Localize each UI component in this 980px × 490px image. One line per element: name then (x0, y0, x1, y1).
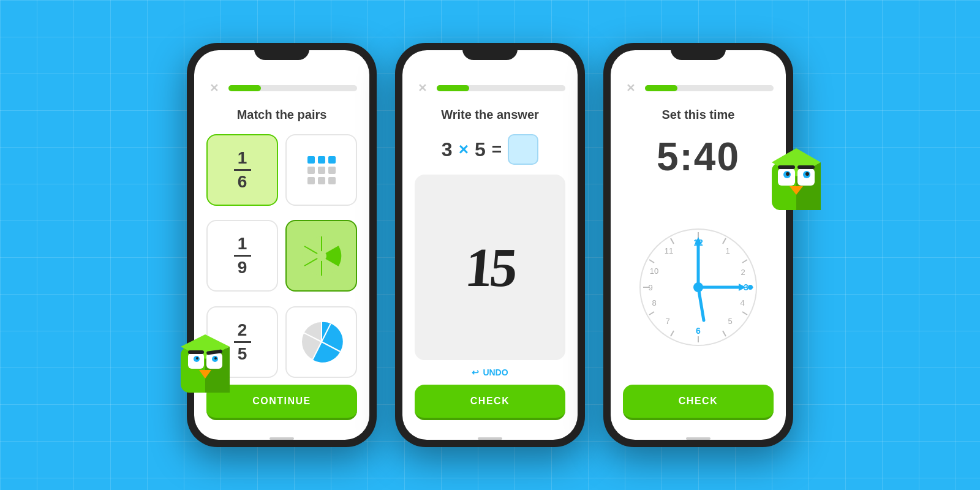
phone-content-3: ✕ Set this time 5:40 (611, 50, 786, 432)
fraction-1-6: 1 6 (234, 149, 251, 190)
time-display: 5:40 (623, 134, 774, 179)
phone-notch-3 (671, 43, 726, 60)
svg-point-9 (196, 357, 198, 360)
close-button-3[interactable]: ✕ (623, 81, 638, 96)
progress-bar-bg-2 (437, 85, 565, 91)
eq-middle: 5 (475, 138, 486, 161)
svg-point-69 (786, 172, 790, 176)
pair-card-dot-grid[interactable] (285, 134, 357, 206)
phone-bottom-bar-3 (686, 437, 710, 440)
close-button-1[interactable]: ✕ (206, 81, 221, 96)
phone-set-time: ✕ Set this time 5:40 (603, 43, 793, 447)
svg-point-70 (805, 172, 809, 176)
dot-grid-icon (307, 156, 336, 184)
pie-partial-icon (300, 320, 343, 363)
drawing-area[interactable]: 15 (415, 175, 565, 360)
dot-7 (307, 177, 315, 184)
svg-text:2: 2 (741, 268, 745, 277)
svg-text:11: 11 (665, 246, 673, 255)
eq-left: 3 (442, 138, 453, 161)
dot-1 (307, 156, 315, 164)
top-bar-3: ✕ (623, 81, 774, 96)
fraction-bar (234, 169, 251, 171)
fraction-numerator-2: 1 (238, 235, 247, 252)
screen-title-1: Match the pairs (206, 108, 357, 122)
dot-3 (328, 156, 336, 164)
fraction-numerator: 1 (238, 149, 247, 167)
top-bar-2: ✕ (415, 81, 565, 96)
fraction-denominator-2: 9 (238, 259, 247, 276)
handwritten-answer: 15 (462, 236, 517, 299)
progress-bar-fill-3 (645, 85, 677, 91)
pair-card-pie-green[interactable] (285, 220, 357, 292)
fraction-denominator-3: 5 (238, 345, 247, 363)
svg-rect-72 (778, 165, 795, 169)
main-scene: ✕ Match the pairs 1 6 (187, 43, 793, 447)
dot-8 (318, 177, 325, 184)
svg-text:1: 1 (725, 246, 729, 255)
dot-9 (328, 177, 336, 184)
top-bar-1: ✕ (206, 81, 357, 96)
svg-point-59 (748, 285, 753, 290)
undo-button[interactable]: ↩ UNDO (415, 368, 565, 377)
progress-bar-bg-1 (228, 85, 357, 91)
svg-text:4: 4 (740, 298, 744, 307)
svg-text:8: 8 (652, 298, 656, 307)
phone-screen-3: ✕ Set this time 5:40 (611, 50, 786, 440)
fraction-numerator-3: 2 (238, 322, 247, 339)
phone-notch-1 (254, 43, 309, 60)
svg-text:7: 7 (665, 317, 669, 326)
dot-4 (307, 167, 315, 174)
fraction-bar-3 (234, 341, 251, 343)
fraction-2-5: 2 5 (234, 322, 251, 363)
dot-5 (318, 167, 325, 174)
phone-bottom-bar-2 (478, 437, 502, 440)
pair-card-pie-partial[interactable] (285, 306, 357, 378)
progress-bar-fill-2 (437, 85, 469, 91)
eq-operator: × (459, 140, 469, 159)
equation-row: 3 × 5 = (415, 134, 565, 165)
mascot-right (763, 141, 830, 217)
check-button-3[interactable]: CHECK (623, 385, 774, 420)
eq-equals: = (492, 140, 502, 159)
progress-bar-fill-1 (228, 85, 261, 91)
eq-answer-box[interactable] (508, 134, 538, 165)
dot-2 (318, 156, 325, 164)
phone-content-2: ✕ Write the answer 3 × 5 = 15 (402, 50, 578, 432)
phone-notch-2 (462, 43, 518, 60)
close-button-2[interactable]: ✕ (415, 81, 429, 96)
svg-point-10 (214, 357, 217, 360)
fraction-denominator: 6 (238, 173, 247, 190)
progress-bar-bg-3 (645, 85, 774, 91)
screen-title-3: Set this time (623, 108, 774, 122)
undo-label: UNDO (483, 368, 508, 377)
clock-wrapper: 12 1 2 3 4 5 6 7 8 9 10 11 (623, 189, 774, 385)
svg-text:5: 5 (728, 317, 732, 326)
fraction-bar-2 (234, 255, 251, 257)
phone-screen-2: ✕ Write the answer 3 × 5 = 15 (402, 50, 578, 440)
svg-rect-12 (188, 350, 204, 354)
pair-card-1-6[interactable]: 1 6 (206, 134, 278, 206)
svg-point-58 (693, 282, 703, 292)
svg-text:6: 6 (696, 326, 701, 336)
svg-rect-73 (797, 165, 815, 169)
screen-title-2: Write the answer (415, 108, 565, 122)
phone-bottom-bar-1 (270, 437, 294, 440)
fraction-1-9: 1 9 (234, 235, 251, 276)
pie-green-icon (300, 235, 343, 277)
phone-write-answer: ✕ Write the answer 3 × 5 = 15 (395, 43, 585, 447)
svg-text:10: 10 (650, 266, 658, 276)
check-button-2[interactable]: CHECK (415, 385, 565, 420)
dot-6 (328, 167, 336, 174)
undo-icon: ↩ (472, 368, 479, 377)
pair-card-1-9[interactable]: 1 9 (206, 220, 278, 292)
svg-text:9: 9 (648, 283, 652, 292)
mascot-left (175, 328, 236, 398)
clock-face[interactable]: 12 1 2 3 4 5 6 7 8 9 10 11 (637, 226, 760, 349)
svg-point-21 (317, 251, 326, 261)
